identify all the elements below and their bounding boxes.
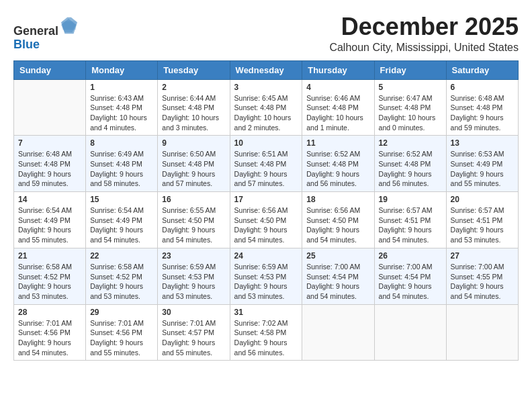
calendar-cell: 15Sunrise: 6:54 AM Sunset: 4:49 PM Dayli… [86,192,158,248]
day-number: 7 [18,138,81,148]
calendar-cell: 14Sunrise: 6:54 AM Sunset: 4:49 PM Dayli… [14,192,86,248]
day-info: Sunrise: 6:48 AM Sunset: 4:48 PM Dayligh… [451,93,514,133]
calendar-cell: 10Sunrise: 6:51 AM Sunset: 4:48 PM Dayli… [230,136,302,192]
page-header: General Blue December 2025 Calhoun City,… [13,13,519,54]
calendar-week-row: 1Sunrise: 6:43 AM Sunset: 4:48 PM Daylig… [14,79,519,136]
day-info: Sunrise: 6:52 AM Sunset: 4:48 PM Dayligh… [379,149,442,189]
calendar-cell: 6Sunrise: 6:48 AM Sunset: 4:48 PM Daylig… [446,79,518,136]
calendar-week-row: 28Sunrise: 7:01 AM Sunset: 4:56 PM Dayli… [14,304,519,361]
day-number: 3 [234,83,298,92]
day-number: 5 [379,83,442,92]
day-number: 22 [90,251,153,261]
day-info: Sunrise: 6:56 AM Sunset: 4:50 PM Dayligh… [306,205,369,245]
day-info: Sunrise: 6:59 AM Sunset: 4:53 PM Dayligh… [234,262,298,302]
calendar-cell: 21Sunrise: 6:58 AM Sunset: 4:52 PM Dayli… [14,248,86,304]
day-number: 24 [234,251,298,261]
day-info: Sunrise: 6:54 AM Sunset: 4:49 PM Dayligh… [18,205,81,245]
weekday-header: Tuesday [158,60,230,79]
day-number: 28 [18,308,81,317]
calendar-week-row: 21Sunrise: 6:58 AM Sunset: 4:52 PM Dayli… [14,248,519,304]
day-info: Sunrise: 7:01 AM Sunset: 4:56 PM Dayligh… [90,318,153,358]
day-info: Sunrise: 6:43 AM Sunset: 4:48 PM Dayligh… [90,93,153,133]
day-info: Sunrise: 6:56 AM Sunset: 4:50 PM Dayligh… [234,205,298,245]
calendar-cell: 20Sunrise: 6:57 AM Sunset: 4:51 PM Dayli… [446,192,518,248]
calendar-cell: 28Sunrise: 7:01 AM Sunset: 4:56 PM Dayli… [14,304,86,361]
weekday-header: Thursday [302,60,374,79]
day-number: 18 [306,195,369,204]
calendar-cell: 11Sunrise: 6:52 AM Sunset: 4:48 PM Dayli… [302,136,374,192]
calendar-cell: 9Sunrise: 6:50 AM Sunset: 4:48 PM Daylig… [158,136,230,192]
day-number: 13 [451,138,514,148]
title-block: December 2025 Calhoun City, Mississippi,… [329,13,519,54]
calendar-cell: 8Sunrise: 6:49 AM Sunset: 4:48 PM Daylig… [86,136,158,192]
day-info: Sunrise: 6:47 AM Sunset: 4:48 PM Dayligh… [379,93,442,133]
day-number: 8 [90,138,153,148]
day-number: 29 [90,308,153,317]
logo-icon [60,16,79,35]
day-info: Sunrise: 6:54 AM Sunset: 4:49 PM Dayligh… [90,205,153,245]
calendar-cell: 1Sunrise: 6:43 AM Sunset: 4:48 PM Daylig… [86,79,158,136]
day-number: 11 [306,138,369,148]
logo: General Blue [13,16,79,52]
day-info: Sunrise: 6:55 AM Sunset: 4:50 PM Dayligh… [162,205,225,245]
day-info: Sunrise: 6:48 AM Sunset: 4:48 PM Dayligh… [18,149,81,189]
day-number: 30 [162,308,225,317]
calendar-cell [14,79,86,136]
day-number: 25 [306,251,369,261]
day-info: Sunrise: 6:52 AM Sunset: 4:48 PM Dayligh… [306,149,369,189]
svg-marker-2 [61,17,77,34]
day-info: Sunrise: 6:59 AM Sunset: 4:53 PM Dayligh… [162,262,225,302]
day-number: 9 [162,138,225,148]
calendar-body: 1Sunrise: 6:43 AM Sunset: 4:48 PM Daylig… [14,79,519,361]
calendar-cell: 17Sunrise: 6:56 AM Sunset: 4:50 PM Dayli… [230,192,302,248]
day-number: 16 [162,195,225,204]
calendar-cell: 30Sunrise: 7:01 AM Sunset: 4:57 PM Dayli… [158,304,230,361]
calendar-cell: 16Sunrise: 6:55 AM Sunset: 4:50 PM Dayli… [158,192,230,248]
day-number: 20 [451,195,514,204]
calendar-cell: 31Sunrise: 7:02 AM Sunset: 4:58 PM Dayli… [230,304,302,361]
day-info: Sunrise: 6:50 AM Sunset: 4:48 PM Dayligh… [162,149,225,189]
day-info: Sunrise: 6:44 AM Sunset: 4:48 PM Dayligh… [162,93,225,133]
calendar-cell: 13Sunrise: 6:53 AM Sunset: 4:49 PM Dayli… [446,136,518,192]
calendar-week-row: 14Sunrise: 6:54 AM Sunset: 4:49 PM Dayli… [14,192,519,248]
day-info: Sunrise: 6:53 AM Sunset: 4:49 PM Dayligh… [451,149,514,189]
day-info: Sunrise: 7:02 AM Sunset: 4:58 PM Dayligh… [234,318,298,358]
weekday-header: Friday [374,60,446,79]
calendar-cell: 25Sunrise: 7:00 AM Sunset: 4:54 PM Dayli… [302,248,374,304]
calendar-cell: 7Sunrise: 6:48 AM Sunset: 4:48 PM Daylig… [14,136,86,192]
weekday-header: Sunday [14,60,86,79]
day-number: 6 [451,83,514,92]
calendar-cell: 29Sunrise: 7:01 AM Sunset: 4:56 PM Dayli… [86,304,158,361]
day-number: 21 [18,251,81,261]
calendar-cell: 24Sunrise: 6:59 AM Sunset: 4:53 PM Dayli… [230,248,302,304]
day-info: Sunrise: 7:01 AM Sunset: 4:56 PM Dayligh… [18,318,81,358]
calendar-cell: 3Sunrise: 6:45 AM Sunset: 4:48 PM Daylig… [230,79,302,136]
calendar-table: SundayMondayTuesdayWednesdayThursdayFrid… [13,60,519,361]
weekday-header: Monday [86,60,158,79]
calendar-cell: 19Sunrise: 6:57 AM Sunset: 4:51 PM Dayli… [374,192,446,248]
calendar-cell: 26Sunrise: 7:00 AM Sunset: 4:54 PM Dayli… [374,248,446,304]
calendar-cell: 12Sunrise: 6:52 AM Sunset: 4:48 PM Dayli… [374,136,446,192]
day-number: 10 [234,138,298,148]
calendar-week-row: 7Sunrise: 6:48 AM Sunset: 4:48 PM Daylig… [14,136,519,192]
day-info: Sunrise: 6:58 AM Sunset: 4:52 PM Dayligh… [90,262,153,302]
subtitle: Calhoun City, Mississippi, United States [329,42,519,54]
weekday-header: Wednesday [230,60,302,79]
calendar-cell: 23Sunrise: 6:59 AM Sunset: 4:53 PM Dayli… [158,248,230,304]
day-info: Sunrise: 6:49 AM Sunset: 4:48 PM Dayligh… [90,149,153,189]
weekday-header-row: SundayMondayTuesdayWednesdayThursdayFrid… [14,60,519,79]
calendar-cell [374,304,446,361]
day-info: Sunrise: 6:57 AM Sunset: 4:51 PM Dayligh… [379,205,442,245]
day-info: Sunrise: 7:01 AM Sunset: 4:57 PM Dayligh… [162,318,225,358]
month-title: December 2025 [329,13,519,40]
day-number: 1 [90,83,153,92]
day-info: Sunrise: 6:45 AM Sunset: 4:48 PM Dayligh… [234,93,298,133]
day-info: Sunrise: 6:51 AM Sunset: 4:48 PM Dayligh… [234,149,298,189]
day-number: 26 [379,251,442,261]
day-number: 27 [451,251,514,261]
day-info: Sunrise: 6:57 AM Sunset: 4:51 PM Dayligh… [451,205,514,245]
calendar-cell: 4Sunrise: 6:46 AM Sunset: 4:48 PM Daylig… [302,79,374,136]
weekday-header: Saturday [446,60,518,79]
day-number: 4 [306,83,369,92]
day-number: 12 [379,138,442,148]
